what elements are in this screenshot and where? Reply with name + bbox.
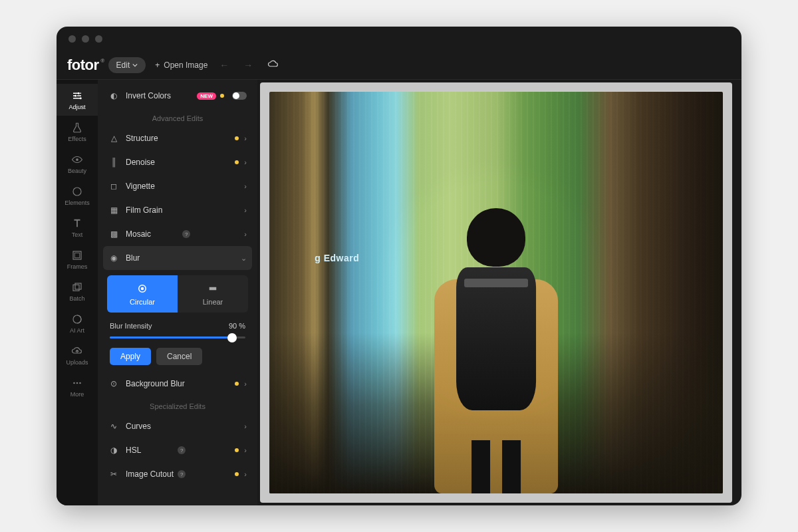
sidebar-item-elements[interactable]: Elements [57, 180, 98, 211]
row-background-blur[interactable]: ⊙ Background Blur › [103, 372, 252, 396]
blur-tab-linear[interactable]: Linear [178, 275, 248, 313]
sidebar-item-batch[interactable]: Batch [57, 275, 98, 307]
blur-tab-label: Linear [203, 298, 223, 306]
row-invert-colors[interactable]: ◐ Invert Colors NEW [103, 84, 252, 108]
premium-dot-icon [235, 472, 239, 476]
svg-point-11 [76, 382, 78, 384]
sidebar-item-ai-art[interactable]: AI Art [57, 307, 98, 339]
window-minimize-dot[interactable] [82, 35, 89, 43]
canvas-frame: g Edward [260, 82, 732, 503]
row-label: Curves [126, 422, 244, 431]
plus-icon: + [155, 61, 160, 70]
chevron-right-icon: › [244, 182, 247, 190]
sidebar-item-frames[interactable]: Frames [57, 243, 98, 275]
svg-point-3 [76, 158, 78, 161]
titlebar [57, 27, 741, 51]
row-film-grain[interactable]: ▦ Film Grain › [103, 198, 252, 222]
row-vignette[interactable]: ◻ Vignette › [103, 174, 252, 198]
blur-intensity-label: Blur Intensity [110, 322, 152, 330]
chevron-right-icon: › [244, 422, 247, 430]
frame-icon [71, 249, 83, 261]
invert-toggle[interactable] [232, 92, 247, 100]
slider-thumb[interactable] [227, 333, 237, 342]
chevron-right-icon: › [244, 470, 247, 478]
help-icon[interactable]: ? [182, 230, 190, 238]
station-sign-text: g Edward [315, 253, 359, 263]
sidebar-item-more[interactable]: More [57, 371, 98, 403]
apply-button[interactable]: Apply [110, 348, 151, 365]
sidebar-item-text[interactable]: Text [57, 211, 98, 243]
vignette-icon: ◻ [108, 181, 119, 192]
premium-dot-icon [220, 94, 224, 98]
row-blur[interactable]: ◉ Blur ⌄ [103, 246, 252, 270]
row-label: Background Blur [126, 379, 235, 388]
sidebar-label: Elements [65, 200, 90, 206]
hsl-icon: ◑ [108, 445, 119, 456]
sidebar-label: Effects [68, 136, 86, 142]
open-image-button[interactable]: + Open Image [155, 61, 207, 70]
batch-icon [71, 281, 83, 293]
svg-point-2 [80, 97, 82, 99]
blur-intensity-slider[interactable] [110, 336, 245, 338]
sidebar-label: Adjust [68, 104, 85, 110]
premium-dot-icon [235, 448, 239, 452]
cutout-icon: ✂ [108, 469, 119, 479]
blur-tab-circular[interactable]: Circular [107, 275, 178, 313]
blur-action-row: Apply Cancel [103, 345, 252, 372]
open-image-label: Open Image [164, 61, 207, 70]
edit-menu-button[interactable]: Edit [108, 57, 146, 73]
ai-icon [71, 313, 83, 325]
backpack-shape [456, 267, 537, 410]
sidebar-item-adjust[interactable]: Adjust [57, 84, 98, 116]
row-mosaic[interactable]: ▩ Mosaic ? › [103, 222, 252, 246]
chevron-right-icon: › [244, 230, 247, 238]
nav-forward-button[interactable]: → [241, 57, 255, 73]
sidebar-label: Text [72, 231, 83, 238]
row-denoise[interactable]: ║ Denoise › [103, 150, 252, 174]
cancel-button[interactable]: Cancel [156, 348, 202, 365]
window-close-dot[interactable] [68, 35, 76, 43]
cloud-sync-button[interactable] [265, 57, 282, 73]
content-area: Adjust Effects Beauty Elements Text Fram… [57, 80, 741, 505]
svg-rect-15 [209, 287, 217, 290]
cloud-icon [267, 59, 279, 68]
section-specialized-edits: Specialized Edits [103, 396, 252, 414]
sidebar-label: Batch [69, 295, 84, 302]
row-curves[interactable]: ∿ Curves › [103, 414, 252, 438]
chevron-right-icon: › [244, 446, 247, 454]
row-structure[interactable]: △ Structure › [103, 126, 252, 150]
sidebar-label: Frames [67, 263, 88, 270]
chevron-right-icon: › [244, 134, 247, 142]
text-icon [71, 217, 83, 229]
sidebar-label: Beauty [68, 168, 86, 174]
chevron-right-icon: › [244, 158, 247, 166]
row-image-cutout[interactable]: ✂ Image Cutout ? › [103, 462, 252, 486]
leg-shape [502, 440, 521, 493]
canvas-area: g Edward [257, 80, 741, 505]
svg-point-14 [141, 287, 144, 290]
more-icon [71, 377, 83, 389]
svg-point-4 [73, 188, 81, 196]
row-hsl[interactable]: ◑ HSL ? › [103, 438, 252, 462]
row-label: Mosaic [126, 229, 180, 239]
film-grain-icon: ▦ [108, 205, 119, 215]
help-icon[interactable]: ? [178, 470, 186, 478]
structure-icon: △ [108, 133, 119, 144]
sidebar-item-effects[interactable]: Effects [57, 116, 98, 148]
chevron-down-icon [132, 63, 138, 68]
svg-rect-8 [75, 283, 81, 289]
row-label: Image Cutout [126, 469, 175, 479]
nav-back-button[interactable]: ← [217, 57, 231, 73]
row-label: Vignette [126, 182, 244, 191]
help-icon[interactable]: ? [178, 446, 186, 454]
sidebar-item-beauty[interactable]: Beauty [57, 148, 98, 180]
tool-sidebar: Adjust Effects Beauty Elements Text Fram… [57, 80, 98, 505]
window-zoom-dot[interactable] [95, 35, 102, 43]
canvas-image[interactable]: g Edward [269, 92, 723, 493]
row-label: Film Grain [126, 205, 244, 215]
blur-intensity-value: 90 % [229, 322, 245, 330]
sidebar-item-uploads[interactable]: Uploads [57, 339, 98, 371]
row-label: Denoise [126, 158, 235, 167]
blur-type-tabs: Circular Linear [107, 275, 248, 313]
chevron-right-icon: › [244, 206, 247, 214]
